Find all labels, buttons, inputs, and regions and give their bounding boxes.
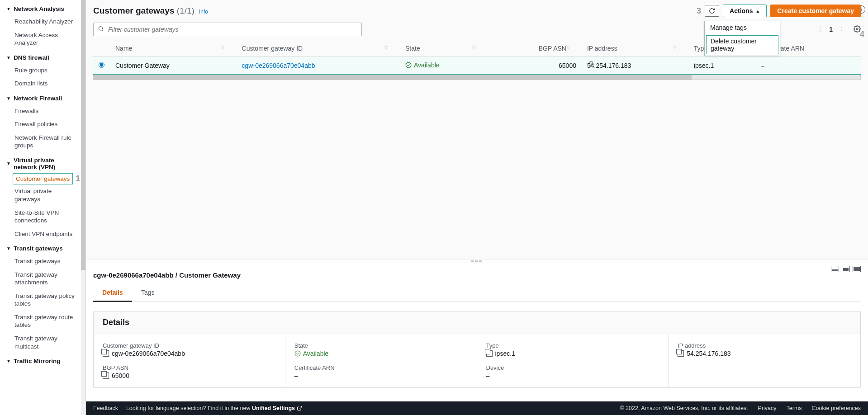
tab-tags[interactable]: Tags	[132, 284, 164, 302]
sidebar-item-customer-gateways[interactable]: Customer gateways	[13, 173, 73, 185]
copy-icon[interactable]	[678, 350, 684, 357]
sidebar-item-client-vpn-endpoints[interactable]: Client VPN endpoints	[5, 227, 81, 241]
col-cgw-id[interactable]: Customer gateway ID▽	[237, 40, 400, 57]
caret-down-icon: ▼	[6, 246, 11, 251]
horizontal-scrollbar[interactable]	[93, 75, 861, 80]
footer-copyright: © 2022, Amazon Web Services, Inc. or its…	[620, 405, 748, 411]
sidebar-item-s2s-vpn-connections[interactable]: Site-to-Site VPN connections	[5, 206, 81, 227]
sidebar: ▼Network Analysis Reachability Analyzer …	[0, 0, 86, 415]
sidebar-item-network-access-analyzer[interactable]: Network Access Analyzer	[5, 28, 81, 50]
sidebar-section-label: Traffic Mirroring	[14, 358, 61, 364]
info-link[interactable]: Info	[199, 9, 208, 15]
cell-cert: –	[755, 57, 861, 75]
sort-icon: ▽	[566, 45, 570, 50]
actions-menu-manage-tags[interactable]: Manage tags	[705, 21, 780, 34]
page-title: Customer gateways (1/1)	[93, 6, 194, 16]
sidebar-section-traffic-mirroring[interactable]: ▼Traffic Mirroring	[5, 355, 81, 367]
cell-ip: 54.254.176.183	[582, 57, 688, 75]
sidebar-item-reachability[interactable]: Reachability Analyzer	[5, 15, 81, 28]
col-ip[interactable]: IP address▽	[582, 40, 688, 57]
step-marker-3: 3	[697, 6, 701, 16]
tab-details[interactable]: Details	[93, 284, 132, 302]
label-state: State	[294, 342, 468, 349]
svg-point-0	[99, 27, 102, 30]
sidebar-item-domain-lists[interactable]: Domain lists	[5, 77, 81, 90]
view-mode-bottom-icon[interactable]	[831, 266, 839, 272]
actions-menu-delete-gateway[interactable]: Delete customer gateway	[706, 35, 778, 54]
sidebar-item-transit-gateways[interactable]: Transit gateways	[5, 255, 81, 268]
search-input[interactable]	[93, 23, 362, 36]
step-marker-2: 2	[589, 60, 593, 69]
label-type: Type	[486, 342, 659, 349]
table-row[interactable]: Customer Gateway cgw-0e269066a70e04abb A…	[93, 57, 861, 75]
sidebar-section-vpn[interactable]: ▼Virtual private network (VPN)	[5, 154, 81, 173]
sidebar-section-network-analysis[interactable]: ▼Network Analysis	[5, 3, 81, 15]
value-ip: 54.254.176.183	[687, 350, 730, 357]
sidebar-section-network-firewall[interactable]: ▼Network Firewall	[5, 92, 81, 104]
detail-breadcrumb: cgw-0e269066a70e04abb / Customer Gateway	[93, 263, 861, 284]
cell-state: Available	[405, 61, 440, 69]
view-mode-full-icon[interactable]	[853, 266, 861, 272]
actions-menu: Manage tags Delete customer gateway	[704, 21, 780, 56]
sidebar-item-nfw-rule-groups[interactable]: Network Firewall rule groups	[5, 131, 81, 152]
sidebar-item-firewall-policies[interactable]: Firewall policies	[5, 118, 81, 131]
page-prev[interactable]: 〈	[814, 24, 824, 34]
page-next[interactable]: 〉	[838, 24, 848, 34]
sidebar-item-firewalls[interactable]: Firewalls	[5, 104, 81, 118]
row-select-radio[interactable]	[99, 62, 104, 68]
col-bgp[interactable]: BGP ASN▽	[488, 40, 582, 57]
sidebar-section-transit-gateways[interactable]: ▼Transit gateways	[5, 242, 81, 255]
create-customer-gateway-button[interactable]: Create customer gateway	[770, 5, 861, 17]
sidebar-item-virtual-private-gateways[interactable]: Virtual private gateways	[5, 184, 81, 206]
detail-panel: cgw-0e269066a70e04abb / Customer Gateway…	[86, 263, 868, 401]
cell-gateway-id-link[interactable]: cgw-0e269066a70e04abb	[242, 62, 315, 69]
footer-terms[interactable]: Terms	[787, 405, 802, 411]
sidebar-scrollbar[interactable]	[81, 0, 85, 415]
sidebar-section-label: DNS firewall	[14, 54, 49, 61]
footer-unified-settings-link[interactable]: Unified Settings	[252, 405, 302, 411]
view-mode-split-icon[interactable]	[842, 266, 850, 272]
sidebar-item-tgw-multicast[interactable]: Transit gateway multicast	[5, 332, 81, 353]
sidebar-section-dns-firewall[interactable]: ▼DNS firewall	[5, 52, 81, 64]
value-bgp: 65000	[112, 372, 129, 379]
col-state[interactable]: State▽	[400, 40, 488, 57]
sidebar-item-tgw-route-tables[interactable]: Transit gateway route tables	[5, 311, 81, 332]
sort-icon: ▽	[384, 45, 388, 50]
label-cgw-id: Customer gateway ID	[103, 342, 276, 349]
cell-type: ipsec.1	[688, 57, 755, 75]
label-device: Device	[486, 364, 659, 371]
copy-icon[interactable]	[103, 373, 109, 379]
check-circle-icon	[405, 62, 412, 68]
sort-icon: ▽	[472, 45, 476, 50]
col-name[interactable]: Name▽	[110, 40, 237, 57]
label-cert: Certificate ARN	[294, 364, 468, 371]
actions-label: Actions	[730, 7, 753, 14]
main-content: i Customer gateways (1/1) Info 3 Actions…	[86, 0, 868, 415]
footer-privacy[interactable]: Privacy	[758, 405, 777, 411]
footer-cookie[interactable]: Cookie preferences	[812, 405, 861, 411]
value-state: Available	[294, 350, 329, 357]
caret-down-icon: ▼	[6, 161, 11, 166]
svg-line-1	[102, 30, 104, 31]
refresh-button[interactable]	[705, 5, 719, 17]
step-marker-1: 1	[76, 174, 80, 184]
sidebar-section-label: Network Analysis	[14, 5, 64, 12]
copy-icon[interactable]	[486, 350, 493, 357]
caret-down-icon: ▼	[6, 6, 11, 11]
sidebar-item-rule-groups[interactable]: Rule groups	[5, 64, 81, 77]
detail-splitter[interactable]: ═══	[86, 259, 868, 263]
value-cert: –	[294, 372, 298, 379]
header-actions: 3 Actions ▲ Create customer gateway Mana…	[697, 5, 861, 17]
svg-point-2	[856, 28, 858, 30]
sidebar-item-tgw-policy-tables[interactable]: Transit gateway policy tables	[5, 289, 81, 311]
actions-button[interactable]: Actions ▲	[723, 5, 767, 17]
step-marker-4: 4	[860, 30, 864, 39]
value-device: –	[486, 372, 490, 379]
label-bgp: BGP ASN	[103, 364, 276, 371]
sidebar-item-tgw-attachments[interactable]: Transit gateway attachments	[5, 268, 81, 289]
sort-icon: ▽	[221, 45, 225, 50]
cell-bgp: 65000 2	[488, 57, 582, 75]
footer-feedback[interactable]: Feedback	[93, 405, 118, 411]
copy-icon[interactable]	[103, 350, 109, 357]
value-type: ipsec.1	[495, 350, 515, 357]
